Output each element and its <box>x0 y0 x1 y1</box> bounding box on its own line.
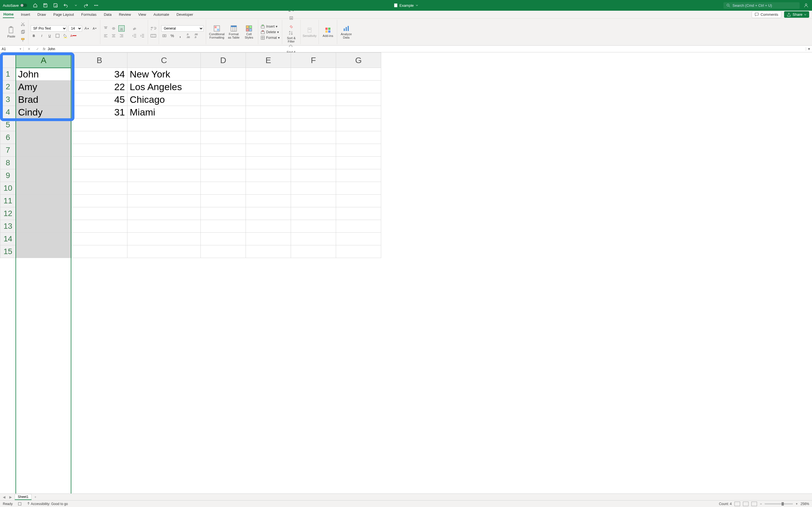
addins-button[interactable]: Add-ins <box>321 27 335 38</box>
cell-G12[interactable] <box>336 207 381 220</box>
row-header-13[interactable]: 13 <box>0 220 16 233</box>
view-page-break-icon[interactable] <box>751 502 757 506</box>
more-icon[interactable] <box>93 2 99 8</box>
cell-A13[interactable] <box>16 220 71 233</box>
autosave-history-icon[interactable] <box>52 2 59 8</box>
cell-B11[interactable] <box>71 194 128 207</box>
sheet-tab-active[interactable]: Sheet1 <box>15 494 32 500</box>
column-header-E[interactable]: E <box>246 53 291 68</box>
cell-C7[interactable] <box>128 144 201 157</box>
cell-B4[interactable]: 31 <box>71 106 128 119</box>
percent-icon[interactable]: % <box>169 33 175 39</box>
tab-data[interactable]: Data <box>103 11 112 18</box>
tab-view[interactable]: View <box>138 11 147 18</box>
cell-G3[interactable] <box>336 93 381 106</box>
sheet-nav-prev-icon[interactable]: ◀ <box>2 495 6 499</box>
cell-F7[interactable] <box>291 144 336 157</box>
analyze-data-button[interactable]: Analyze Data <box>340 25 353 39</box>
currency-icon[interactable] <box>161 33 167 39</box>
tab-insert[interactable]: Insert <box>20 11 31 18</box>
select-all-corner[interactable] <box>0 53 16 68</box>
align-top-icon[interactable] <box>103 25 109 32</box>
tab-page-layout[interactable]: Page Layout <box>53 11 74 18</box>
fill-color-icon[interactable] <box>62 33 68 39</box>
zoom-level[interactable]: 256% <box>801 502 809 506</box>
fill-icon[interactable] <box>288 15 294 21</box>
cell-D9[interactable] <box>201 169 246 182</box>
cell-D4[interactable] <box>201 106 246 119</box>
row-header-6[interactable]: 6 <box>0 131 16 144</box>
cell-A10[interactable] <box>16 182 71 194</box>
cell-E12[interactable] <box>246 207 291 220</box>
tab-home[interactable]: Home <box>3 11 14 18</box>
format-as-table-button[interactable]: Format as Table <box>227 25 241 39</box>
cell-E15[interactable] <box>246 245 291 258</box>
tab-automate[interactable]: Automate <box>153 11 170 18</box>
cell-A12[interactable] <box>16 207 71 220</box>
chevron-down-icon[interactable] <box>415 4 418 7</box>
cell-A15[interactable] <box>16 245 71 258</box>
cell-F6[interactable] <box>291 131 336 144</box>
share-button[interactable]: Share <box>784 11 809 18</box>
cell-B1[interactable]: 34 <box>71 68 128 80</box>
cell-E9[interactable] <box>246 169 291 182</box>
user-presence-icon[interactable] <box>803 2 809 8</box>
row-header-5[interactable]: 5 <box>0 119 16 131</box>
cell-F8[interactable] <box>291 157 336 169</box>
cell-A4[interactable]: Cindy <box>16 106 71 119</box>
cell-B8[interactable] <box>71 157 128 169</box>
format-cells-button[interactable]: Format ▾ <box>260 36 280 40</box>
column-header-F[interactable]: F <box>291 53 336 68</box>
cell-G2[interactable] <box>336 80 381 93</box>
cell-D11[interactable] <box>201 194 246 207</box>
cell-C4[interactable]: Miami <box>128 106 201 119</box>
cell-F5[interactable] <box>291 119 336 131</box>
cell-C14[interactable] <box>128 233 201 245</box>
cell-D7[interactable] <box>201 144 246 157</box>
cell-A1[interactable]: John <box>16 68 71 80</box>
cell-C6[interactable] <box>128 131 201 144</box>
tab-formulas[interactable]: Formulas <box>81 11 97 18</box>
delete-cells-button[interactable]: Delete ▾ <box>260 30 280 34</box>
view-normal-icon[interactable] <box>734 502 740 506</box>
comma-icon[interactable]: , <box>177 33 183 39</box>
row-header-15[interactable]: 15 <box>0 245 16 258</box>
cell-A8[interactable] <box>16 157 71 169</box>
border-icon[interactable] <box>54 33 61 39</box>
cell-C9[interactable] <box>128 169 201 182</box>
cell-G13[interactable] <box>336 220 381 233</box>
cell-G10[interactable] <box>336 182 381 194</box>
cell-G6[interactable] <box>336 131 381 144</box>
cell-B15[interactable] <box>71 245 128 258</box>
insert-cells-button[interactable]: Insert ▾ <box>260 24 280 29</box>
column-header-D[interactable]: D <box>201 53 246 68</box>
align-middle-icon[interactable] <box>110 25 117 32</box>
cell-F1[interactable] <box>291 68 336 80</box>
row-header-10[interactable]: 10 <box>0 182 16 194</box>
copy-icon[interactable] <box>20 29 26 35</box>
autosave-toggle[interactable]: AutoSave <box>3 3 27 8</box>
sensitivity-button[interactable]: Sensitivity <box>303 27 316 38</box>
bold-icon[interactable]: B <box>31 33 37 39</box>
row-header-1[interactable]: 1 <box>0 68 16 80</box>
cell-G8[interactable] <box>336 157 381 169</box>
column-header-G[interactable]: G <box>336 53 381 68</box>
cell-A3[interactable]: Brad <box>16 93 71 106</box>
decrease-font-icon[interactable]: A▼ <box>92 25 98 32</box>
cell-A5[interactable] <box>16 119 71 131</box>
cell-A9[interactable] <box>16 169 71 182</box>
undo-icon[interactable] <box>63 2 69 8</box>
cell-C10[interactable] <box>128 182 201 194</box>
row-header-9[interactable]: 9 <box>0 169 16 182</box>
document-title[interactable]: Example <box>394 3 418 8</box>
save-icon[interactable] <box>42 2 49 8</box>
column-header-B[interactable]: B <box>71 53 128 68</box>
row-header-2[interactable]: 2 <box>0 80 16 93</box>
cell-G14[interactable] <box>336 233 381 245</box>
accept-formula-icon[interactable]: ✓ <box>35 46 41 52</box>
font-size-select[interactable]: 14 <box>68 25 82 32</box>
cell-A7[interactable] <box>16 144 71 157</box>
cell-D8[interactable] <box>201 157 246 169</box>
cell-F3[interactable] <box>291 93 336 106</box>
cell-B7[interactable] <box>71 144 128 157</box>
